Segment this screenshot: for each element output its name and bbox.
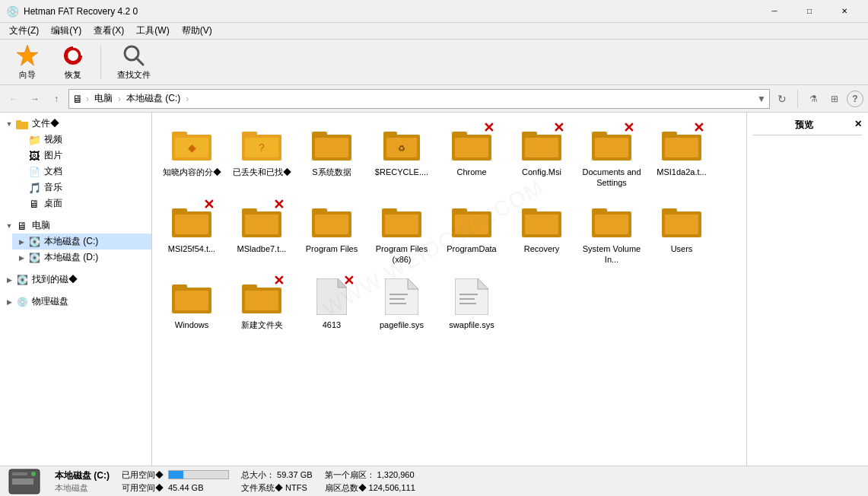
file-item-system-data[interactable]: S系统数据 (298, 119, 365, 192)
sidebar-item-documents[interactable]: 📄 文档 (12, 164, 151, 180)
address-bar-input[interactable]: 🖥 › 电脑 › 本地磁盘 (C:) › ▼ (68, 89, 770, 109)
minimize-button[interactable]: ─ (757, 0, 792, 23)
pagefile-icon (380, 275, 423, 318)
toolbar-sep2 (797, 90, 798, 108)
file-item-docs-settings[interactable]: ✕ Documents and Settings (578, 119, 645, 192)
svg-marker-67 (408, 278, 418, 289)
wizard-label: 向导 (19, 69, 36, 81)
users-icon (660, 199, 703, 242)
file-item-lost-found[interactable]: ? 已丢失和已找◆ (228, 119, 295, 192)
sidebar-item-files-root[interactable]: ▼ 文件◆ (0, 116, 151, 132)
file-item-recovery[interactable]: Recovery (508, 196, 575, 269)
titlebar: 💿 Hetman FAT Recovery 4.2 0 ─ □ ✕ (0, 0, 868, 23)
file-item-configmsi[interactable]: ✕ Config.Msi (508, 119, 575, 192)
file-item-windows[interactable]: Windows (158, 272, 225, 334)
sidebar-item-drive-c[interactable]: ▶ 💽 本地磁盘 (C:) (12, 234, 151, 250)
video-label: 视频 (44, 133, 62, 146)
windows-label: Windows (175, 320, 209, 330)
back-button[interactable]: ← (5, 90, 23, 108)
menu-file[interactable]: 文件(Z) (3, 23, 45, 39)
newdir-label: 新建文件夹 (241, 320, 283, 330)
drive-c-label: 本地磁盘 (C:) (44, 235, 98, 248)
sidebar-item-music[interactable]: 🎵 音乐 (12, 180, 151, 196)
file-item-sysvolume[interactable]: System Volume In... (578, 196, 645, 269)
menu-view[interactable]: 查看(X) (87, 23, 130, 39)
svg-rect-44 (382, 208, 397, 215)
svg-rect-42 (315, 215, 348, 234)
file-item-pagefile[interactable]: pagefile.sys (368, 272, 435, 334)
file-item-chrome[interactable]: ✕ Chrome (438, 119, 505, 192)
preview-panel: ✕ 预览 (746, 113, 868, 466)
svg-rect-50 (522, 208, 537, 215)
svg-rect-47 (452, 208, 467, 215)
file-item-progfiles[interactable]: Program Files (298, 196, 365, 269)
sidebar-item-physical-disk[interactable]: ▶ 💿 物理磁盘 (0, 294, 151, 310)
addr-crumb-drive[interactable]: 本地磁盘 (C:) (124, 91, 183, 106)
sidebar-item-video[interactable]: 📁 视频 (12, 132, 151, 148)
physical-disk-toggle[interactable]: ▶ (3, 298, 15, 306)
refresh-button[interactable]: ↻ (773, 90, 791, 108)
found-disk-toggle[interactable]: ▶ (3, 276, 15, 284)
sysvolume-icon (590, 199, 633, 242)
svg-rect-54 (595, 215, 628, 234)
sidebar-item-computer[interactable]: ▼ 🖥 电脑 (0, 218, 151, 234)
file-item-msi3[interactable]: ✕ MSladbe7.t... (228, 196, 295, 269)
preview-title: ✕ 预览 (753, 119, 862, 135)
computer-toggle[interactable]: ▼ (3, 222, 15, 230)
close-button[interactable]: ✕ (827, 0, 862, 23)
menu-tools[interactable]: 工具(W) (130, 23, 175, 39)
swapfile-label: swapfile.sys (449, 320, 494, 330)
msi2-label: MSI25f54.t... (168, 243, 215, 254)
help-button[interactable]: ? (847, 91, 863, 107)
forward-button[interactable]: → (26, 90, 44, 108)
search-button[interactable]: 查找文件 (107, 43, 161, 82)
statusbar: 本地磁盘 (C:) 本地磁盘 已用空间◆ 可用空间◆ 45.44 GB 总大小：… (0, 466, 868, 496)
file-item-newdir[interactable]: ✕ 新建文件夹 (228, 272, 295, 334)
file-item-known-content[interactable]: ◆ 知晓内容的分◆ (158, 119, 225, 192)
sidebar-item-pictures[interactable]: 🖼 图片 (12, 148, 151, 164)
system-data-icon (310, 122, 353, 165)
recovery-label: Recovery (524, 243, 559, 254)
file-item-swapfile[interactable]: swapfile.sys (438, 272, 505, 334)
wizard-icon (15, 43, 40, 68)
view-toggle-button[interactable]: ⊞ (825, 90, 844, 108)
disk-name: 本地磁盘 (C:) (55, 469, 110, 482)
wizard-button[interactable]: 向导 (6, 43, 49, 82)
recovery-icon (520, 199, 563, 242)
svg-text:♻: ♻ (398, 144, 405, 153)
svg-rect-60 (175, 291, 208, 310)
file-item-recycle[interactable]: ♻ $RECYCLE.... (368, 119, 435, 192)
file-item-progfiles86[interactable]: Program Files (x86) (368, 196, 435, 269)
addr-crumb-pc[interactable]: 电脑 (92, 91, 115, 106)
space-info: 已用空间◆ 可用空间◆ 45.44 GB (122, 469, 229, 494)
windows-icon (170, 275, 213, 318)
addr-dropdown-icon[interactable]: ▼ (757, 94, 766, 104)
menu-help[interactable]: 帮助(V) (176, 23, 218, 39)
msi3-icon: ✕ (240, 199, 283, 242)
file-item-programdata[interactable]: ProgramData (438, 196, 505, 269)
cluster-total-label: 扇区总数◆ (325, 483, 367, 492)
files-toggle[interactable]: ▼ (3, 120, 15, 128)
desktop-label: 桌面 (44, 197, 62, 210)
disk-icon (6, 468, 43, 495)
recover-button[interactable]: 恢复 (52, 43, 94, 82)
toolbar-separator (100, 46, 101, 79)
file-item-msi2[interactable]: ✕ MSI25f54.t... (158, 196, 225, 269)
sidebar-item-drive-d[interactable]: ▶ 💽 本地磁盘 (D:) (12, 250, 151, 265)
menu-edit[interactable]: 编辑(Y) (45, 23, 87, 39)
svg-rect-33 (665, 138, 698, 157)
content-area: ◆ 知晓内容的分◆ ? 已丢失和已找◆ (152, 113, 746, 466)
sysvolume-label: System Volume In... (582, 243, 641, 265)
sidebar-item-desktop[interactable]: 🖥 桌面 (12, 196, 151, 211)
up-button[interactable]: ↑ (47, 90, 65, 108)
maximize-button[interactable]: □ (792, 0, 827, 23)
svg-rect-59 (172, 285, 187, 291)
sidebar-item-found-disk[interactable]: ▶ 💽 找到的磁◆ (0, 272, 151, 288)
preview-close-btn[interactable]: ✕ (854, 119, 862, 129)
file-item-4613[interactable]: ✕ 4613 (298, 272, 365, 334)
filter-button[interactable]: ⚗ (804, 90, 822, 108)
file-item-users[interactable]: Users (648, 196, 715, 269)
newdir-deleted-x: ✕ (273, 274, 285, 288)
file-item-msi1[interactable]: ✕ MSI1da2a.t... (648, 119, 715, 192)
pictures-icon: 🖼 (27, 150, 41, 162)
